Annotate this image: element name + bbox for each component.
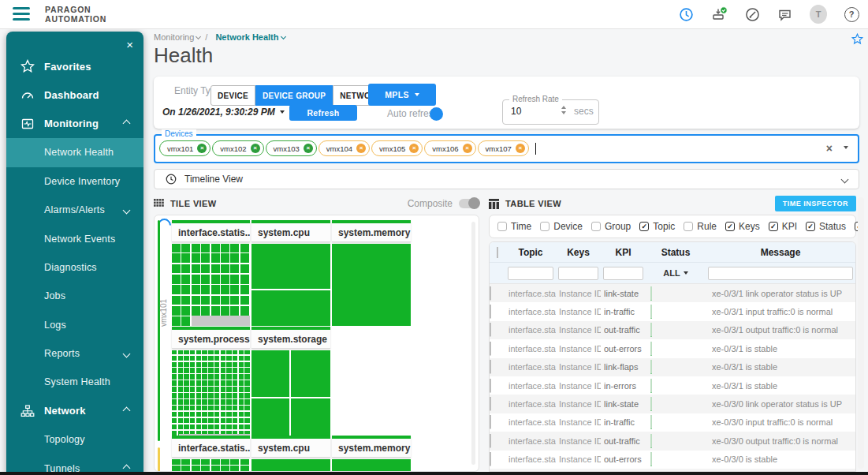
timeline-view-bar[interactable]: Timeline View	[154, 169, 859, 189]
row-checkbox[interactable]	[490, 415, 491, 429]
tile-system-cpu[interactable]: system.cpu	[251, 436, 330, 472]
table-row[interactable]: interface.sta...Instance ID: ...link-sta…	[490, 395, 855, 413]
remove-device-icon[interactable]: ×	[463, 144, 472, 153]
row-checkbox[interactable]	[490, 379, 491, 393]
refresh-button[interactable]: Refresh	[289, 105, 357, 121]
row-checkbox[interactable]	[490, 434, 491, 448]
table-row[interactable]: interface.sta...Instance ID: ...in-traff…	[490, 302, 855, 320]
sidebar-item-topology[interactable]: Topology	[6, 425, 143, 454]
table-row[interactable]: interface.sta...Instance ID: ...link-fla…	[490, 358, 855, 376]
remove-device-icon[interactable]: ×	[304, 144, 313, 153]
column-toggle-status[interactable]: ✓Status	[806, 221, 846, 232]
column-toggle-time[interactable]: Time	[497, 221, 531, 232]
favorite-star-icon[interactable]	[851, 33, 863, 45]
dropdown-arrow-icon[interactable]	[844, 146, 848, 149]
entity-button-device[interactable]: DEVICE	[210, 85, 255, 106]
sidebar-item-favorites[interactable]: Favorites	[6, 52, 143, 80]
status-filter-select[interactable]: ALL	[646, 268, 706, 278]
device-chip-vmx105[interactable]: vmx105×	[371, 140, 423, 156]
sidebar-item-alarms-alerts[interactable]: Alarms/Alerts	[6, 196, 143, 224]
chevron-down-icon[interactable]	[841, 175, 849, 183]
remove-device-icon[interactable]: ×	[356, 144, 366, 153]
device-chip-vmx103[interactable]: vmx103×	[266, 140, 317, 156]
remove-device-icon[interactable]: ×	[251, 144, 260, 153]
avatar[interactable]: T	[810, 6, 827, 23]
checkbox-icon[interactable]	[684, 222, 693, 231]
table-row[interactable]: interface.sta...Instance ID: ...out-traf…	[490, 432, 855, 450]
checkbox-icon[interactable]	[540, 222, 549, 231]
device-chip-vmx106[interactable]: vmx106×	[424, 140, 475, 156]
entity-button-device-group[interactable]: DEVICE GROUP	[255, 85, 333, 106]
row-checkbox[interactable]	[490, 323, 491, 337]
tile-interface-statistics[interactable]: interface.statis...	[172, 220, 250, 326]
column-header-keys[interactable]: Keys	[556, 247, 601, 258]
column-toggle-rule[interactable]: Rule	[684, 221, 717, 232]
hamburger-menu-icon[interactable]	[13, 7, 30, 24]
breadcrumb-current[interactable]: Network Health	[215, 32, 278, 42]
table-row[interactable]: interface.sta...Instance ID: ...out-traf…	[490, 321, 855, 339]
feedback-icon[interactable]	[777, 6, 794, 23]
table-row[interactable]: interface.sta...Instance ID: ...out-erro…	[490, 339, 855, 357]
scrollbar[interactable]	[858, 197, 864, 469]
tile-system-memory[interactable]: system.memory	[332, 436, 411, 472]
column-toggle-device[interactable]: Device	[540, 221, 583, 232]
tile-system-memory[interactable]: system.memory	[332, 220, 411, 326]
devices-field[interactable]: Devices vmx101×vmx102×vmx103×vmx104×vmx1…	[154, 134, 859, 163]
remove-device-icon[interactable]: ×	[516, 144, 525, 153]
sidebar-item-network-events[interactable]: Network Events	[6, 224, 143, 252]
sidebar-item-device-inventory[interactable]: Device Inventory	[6, 167, 143, 196]
clock-icon[interactable]	[677, 6, 695, 23]
device-chip-vmx102[interactable]: vmx102×	[212, 140, 263, 156]
table-row[interactable]: interface.sta...Instance ID: ...link-sta…	[490, 284, 855, 302]
device-chip-vmx107[interactable]: vmx107×	[478, 140, 529, 156]
tile-interface-statistics[interactable]: interface.statis...	[172, 436, 250, 472]
close-icon[interactable]: ×	[126, 38, 133, 51]
topic-filter-input[interactable]	[508, 267, 553, 280]
column-header-status[interactable]: Status	[646, 247, 706, 258]
device-chip-vmx101[interactable]: vmx101×	[159, 140, 210, 156]
table-row[interactable]: interface.sta...Instance ID: ...in-error…	[490, 376, 855, 395]
column-header-message[interactable]: Message	[706, 247, 855, 258]
kpi-filter-input[interactable]	[603, 267, 643, 280]
table-row[interactable]: interface.sta...Instance ID: ...in-traff…	[490, 413, 855, 432]
tile-system-processes[interactable]: system.process...	[172, 327, 250, 442]
message-filter-input[interactable]	[708, 267, 853, 280]
scrollbar[interactable]	[471, 222, 475, 465]
checkbox-icon[interactable]: ✓	[806, 222, 815, 231]
datetime-selector[interactable]: On 1/26/2021, 9:30:29 PM	[162, 107, 285, 118]
column-header-topic[interactable]: Topic	[505, 247, 556, 258]
sidebar-item-network[interactable]: Network	[6, 397, 143, 425]
clear-icon[interactable]: ×	[826, 142, 833, 155]
row-checkbox[interactable]	[490, 286, 491, 301]
remove-device-icon[interactable]: ×	[409, 144, 419, 153]
checkbox-icon[interactable]	[591, 222, 601, 231]
sidebar-item-system-health[interactable]: System Health	[6, 368, 143, 396]
checkbox-icon[interactable]	[497, 222, 507, 231]
pen-circle-icon[interactable]	[743, 6, 761, 23]
tile-system-storage[interactable]: system.storage	[251, 327, 330, 442]
keys-filter-input[interactable]	[558, 267, 598, 280]
time-inspector-button[interactable]: TIME INSPECTOR	[775, 196, 856, 211]
sidebar-item-network-health[interactable]: Network Health	[6, 138, 143, 166]
sidebar-item-monitoring[interactable]: Monitoring	[6, 110, 143, 138]
select-all-checkbox[interactable]	[497, 247, 498, 258]
sidebar-item-dashboard[interactable]: Dashboard	[6, 80, 143, 109]
column-header-kpi[interactable]: KPI	[601, 247, 646, 258]
help-icon[interactable]: ?	[843, 6, 860, 23]
mpls-dropdown-button[interactable]: MPLS	[368, 84, 436, 106]
refresh-rate-input[interactable]	[509, 105, 544, 118]
row-checkbox[interactable]	[490, 452, 491, 466]
device-sync-icon[interactable]	[710, 6, 728, 23]
device-chip-vmx104[interactable]: vmx104×	[319, 140, 370, 156]
row-checkbox[interactable]	[490, 305, 491, 319]
remove-device-icon[interactable]: ×	[197, 144, 207, 153]
column-toggle-group[interactable]: Group	[591, 221, 631, 232]
checkbox-icon[interactable]: ✓	[725, 222, 735, 231]
composite-toggle[interactable]	[459, 199, 479, 208]
checkbox-icon[interactable]: ✓	[639, 222, 649, 231]
column-toggle-keys[interactable]: ✓Keys	[725, 221, 760, 232]
tile-system-cpu[interactable]: system.cpu	[251, 220, 330, 326]
sidebar-item-diagnostics[interactable]: Diagnostics	[6, 253, 143, 282]
breadcrumb-parent[interactable]: Monitoring	[154, 32, 194, 42]
row-checkbox[interactable]	[490, 360, 491, 374]
